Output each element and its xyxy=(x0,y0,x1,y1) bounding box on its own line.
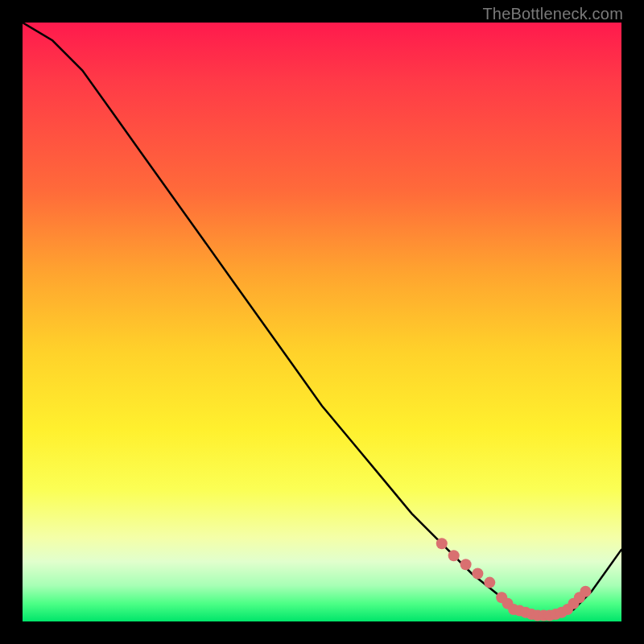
bottleneck-curve xyxy=(23,23,621,616)
curve-svg xyxy=(23,23,621,621)
chart-frame: TheBottleneck.com xyxy=(0,0,644,644)
marker-dot xyxy=(472,568,483,580)
plot-area xyxy=(23,23,621,621)
marker-dot xyxy=(484,577,495,588)
marker-dot xyxy=(580,586,591,597)
highlight-markers xyxy=(436,538,592,621)
attribution-label: TheBottleneck.com xyxy=(482,5,623,23)
marker-dot xyxy=(436,538,448,549)
marker-dot xyxy=(460,559,472,570)
marker-dot xyxy=(448,550,460,561)
